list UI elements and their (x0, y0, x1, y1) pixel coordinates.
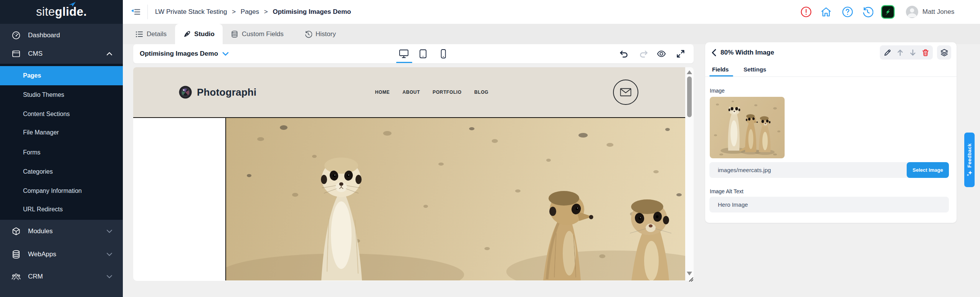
history-icon (304, 30, 312, 38)
home-icon[interactable] (820, 6, 832, 18)
sidebar-item-pages[interactable]: Pages (0, 66, 123, 85)
breadcrumb-segment[interactable]: LW Private Stack Testing (155, 8, 227, 15)
inspector-actions-group (880, 45, 933, 60)
person-icon (906, 6, 918, 18)
preview-eye-icon[interactable] (657, 49, 666, 58)
preview-hero-section (133, 118, 694, 281)
sidebar-item-label: CRM (28, 273, 43, 280)
tab-label: Custom Fields (242, 30, 284, 38)
alert-icon[interactable] (800, 6, 812, 18)
preview-site-header[interactable]: Photographi HOME ABOUT PORTFOLIO BLOG (133, 67, 694, 118)
help-icon[interactable] (842, 6, 853, 18)
sidebar-item-file-manager[interactable]: File Manager (0, 123, 123, 142)
sidebar-item-company-information[interactable]: Company Information (0, 181, 123, 201)
meerkats-photo (226, 118, 685, 280)
scrollbar-thumb[interactable] (687, 76, 692, 117)
history-icon[interactable] (862, 6, 873, 18)
sidebar-item-label: Modules (28, 227, 53, 235)
collapse-sidebar-icon[interactable] (131, 7, 140, 17)
sidebar-item-label: Studio Themes (23, 91, 64, 98)
move-up-icon[interactable] (896, 49, 904, 56)
chevron-down-icon (107, 275, 112, 279)
undo-icon[interactable] (619, 49, 628, 58)
chevron-down-icon (107, 230, 112, 233)
sidebar-item-modules[interactable]: Modules (0, 222, 123, 241)
preview-scrollbar[interactable] (685, 67, 694, 281)
preview-nav-about[interactable]: ABOUT (402, 90, 420, 95)
siteglide-app-icon[interactable] (881, 5, 895, 19)
preview-nav-home[interactable]: HOME (375, 90, 390, 95)
logo-block[interactable]: siteglide. (0, 0, 123, 24)
sidebar-item-label: Company Information (23, 187, 82, 194)
image-thumbnail[interactable] (710, 97, 785, 158)
chevron-down-icon (107, 253, 112, 256)
cms-icon (12, 49, 21, 58)
topbar: LW Private Stack Testing > Pages > Optim… (123, 0, 980, 24)
scrollbar-up-arrow[interactable] (687, 70, 692, 74)
device-mobile-icon[interactable] (440, 49, 446, 59)
logo-text-light: site (36, 5, 55, 18)
breadcrumb[interactable]: LW Private Stack Testing > Pages > Optim… (155, 8, 351, 16)
tab-custom-fields[interactable]: Custom Fields (231, 24, 284, 44)
scrollbar-down-arrow[interactable] (687, 272, 692, 275)
fullscreen-icon[interactable] (676, 49, 685, 58)
sidebar-item-crm[interactable]: CRM (0, 267, 123, 286)
studio-preview-canvas: Photographi HOME ABOUT PORTFOLIO BLOG (133, 67, 694, 281)
alt-text-field (709, 197, 949, 212)
sidebar-item-content-sections[interactable]: Content Sections (0, 105, 123, 124)
hero-image[interactable] (225, 118, 685, 280)
sidebar-item-label: Forms (23, 149, 40, 156)
chevron-down-icon (222, 52, 229, 56)
envelope-icon (620, 88, 631, 96)
sidebar-item-dashboard[interactable]: Dashboard (0, 26, 123, 45)
sidebar-cms-submenu: Pages Studio Themes Content Sections Fil… (0, 64, 123, 220)
preview-site-brand[interactable]: Photographi (178, 67, 256, 117)
list-details-icon (136, 30, 143, 38)
app-window: siteglide. Dashboard CMS Pages Studio Th… (0, 0, 980, 297)
preview-nav-portfolio[interactable]: PORTFOLIO (433, 90, 461, 95)
select-image-button[interactable]: Select Image (907, 162, 949, 178)
move-down-icon[interactable] (909, 49, 917, 56)
device-tablet-icon[interactable] (419, 49, 427, 59)
sidebar-item-label: Dashboard (28, 32, 60, 39)
preview-nav-blog[interactable]: BLOG (474, 90, 488, 95)
sidebar-item-url-redirects[interactable]: URL Redirects (0, 200, 123, 219)
studio-toolbar: Optimising Images Demo (133, 44, 694, 63)
breadcrumb-segment[interactable]: Pages (241, 8, 259, 15)
device-desktop-icon[interactable] (398, 49, 409, 59)
alt-text-input[interactable] (709, 197, 948, 212)
user-menu-name[interactable]: Matt Jones (922, 8, 954, 16)
inspector-tab-fields[interactable]: Fields (712, 66, 729, 73)
delete-trash-icon[interactable] (922, 49, 929, 56)
layers-button[interactable] (937, 45, 951, 60)
preview-contact-mail-button[interactable] (613, 80, 638, 105)
inspector-tab-settings[interactable]: Settings (744, 66, 766, 73)
chevron-up-icon (107, 52, 112, 56)
preview-site-nav: HOME ABOUT PORTFOLIO BLOG (375, 67, 489, 117)
feedback-tab[interactable]: Feedback (964, 133, 975, 187)
meerkats-thumbnail (710, 97, 785, 158)
breadcrumb-separator: > (232, 8, 236, 15)
tab-studio[interactable]: Studio (175, 24, 223, 44)
image-path-input[interactable] (709, 162, 910, 178)
layers-icon (940, 48, 949, 57)
edit-pencil-icon[interactable] (884, 49, 891, 56)
sidebar-item-categories[interactable]: Categories (0, 162, 123, 181)
sidebar-item-webapps[interactable]: WebApps (0, 245, 123, 264)
avatar[interactable] (906, 6, 918, 18)
back-chevron-icon[interactable] (711, 49, 717, 56)
tab-history[interactable]: History (304, 24, 336, 44)
tab-details[interactable]: Details (136, 24, 167, 44)
resize-handle-icon[interactable] (688, 276, 693, 282)
page-selector-dropdown[interactable]: Optimising Images Demo (140, 44, 229, 63)
redo-icon[interactable] (639, 49, 648, 58)
inspector-title: 80% Width Image (721, 49, 774, 56)
breadcrumb-current: Optimising Images Demo (273, 8, 351, 15)
sidebar-item-cms[interactable]: CMS (0, 45, 123, 63)
device-active-underline (396, 62, 412, 63)
dashboard-icon (12, 31, 21, 40)
sidebar-item-forms[interactable]: Forms (0, 143, 123, 162)
page-selector-label: Optimising Images Demo (140, 50, 218, 58)
sidebar-item-label: Pages (23, 72, 41, 79)
sidebar-item-studio-themes[interactable]: Studio Themes (0, 85, 123, 105)
